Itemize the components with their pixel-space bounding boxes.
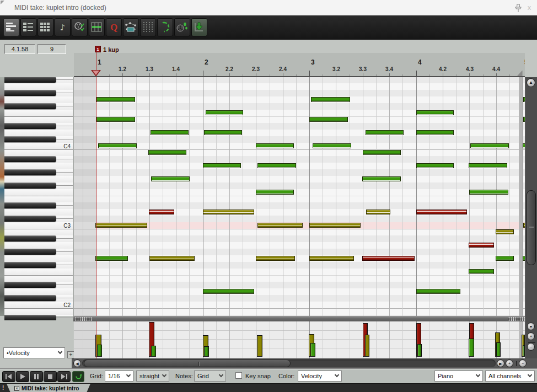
- midi-note[interactable]: [523, 97, 525, 102]
- midi-note[interactable]: [203, 163, 241, 168]
- midi-note[interactable]: [313, 143, 351, 148]
- midi-note[interactable]: [151, 130, 189, 135]
- position-time-display[interactable]: 4.1.58: [4, 44, 35, 54]
- position-length-display[interactable]: 9: [37, 44, 66, 54]
- midi-note[interactable]: [469, 190, 508, 195]
- quantize-settings-button[interactable]: [89, 18, 105, 36]
- tab-close-icon[interactable]: ×: [14, 386, 19, 391]
- lane-shrink-button[interactable]: −: [527, 343, 535, 351]
- scroll-up-button[interactable]: ▲: [527, 78, 535, 87]
- go-to-end-button[interactable]: [57, 371, 71, 382]
- stop-button[interactable]: [44, 371, 57, 382]
- piano-key-G2[interactable]: [4, 255, 73, 262]
- scroll-right-button[interactable]: ▶: [497, 359, 504, 367]
- velocity-bar[interactable]: [523, 345, 525, 357]
- midi-note[interactable]: [366, 130, 404, 135]
- midi-note[interactable]: [469, 163, 507, 168]
- lane-splitter[interactable]: [73, 316, 525, 321]
- midi-note[interactable]: [203, 289, 254, 294]
- piano-key-B2[interactable]: [4, 229, 73, 235]
- midi-note[interactable]: [523, 117, 525, 122]
- pause-button[interactable]: [30, 371, 43, 382]
- quantize-q-button[interactable]: Q: [106, 18, 122, 36]
- midi-note[interactable]: [469, 243, 494, 248]
- midi-note[interactable]: [416, 289, 460, 294]
- scrollbar-thumb[interactable]: [84, 359, 291, 367]
- color-mode-select[interactable]: Velocity: [298, 370, 342, 382]
- vertical-scrollbar[interactable]: ▲: [525, 77, 537, 316]
- piano-key-D3[interactable]: [4, 209, 73, 216]
- view-musical-notation-button[interactable]: ♪: [55, 18, 71, 36]
- midi-note[interactable]: [366, 210, 390, 214]
- cc-lane-selector[interactable]: •Velocity: [3, 347, 65, 358]
- midi-note[interactable]: [204, 130, 242, 135]
- velocity-bar[interactable]: [151, 346, 156, 357]
- piano-key-A4[interactable]: [4, 83, 73, 90]
- cc-envelope-button[interactable]: [123, 18, 139, 36]
- horizontal-scrollbar[interactable]: ◀ ▶ + −: [72, 358, 537, 368]
- marker-flag[interactable]: 1: [95, 46, 101, 52]
- piano-keyboard[interactable]: C4C3C2: [4, 77, 73, 320]
- zoom-in-button[interactable]: +: [506, 359, 513, 367]
- midi-note[interactable]: [95, 256, 128, 261]
- timeline-ruler[interactable]: 123451.21.31.42.22.32.43.23.33.44.24.34.…: [74, 40, 525, 77]
- piano-key-D2[interactable]: [4, 288, 73, 295]
- key-snap-checkbox[interactable]: [235, 372, 242, 379]
- close-button[interactable]: x: [524, 3, 535, 13]
- piano-roll-grid[interactable]: [74, 77, 525, 316]
- piano-key-F2[interactable]: [4, 269, 73, 275]
- midi-note[interactable]: [149, 210, 174, 214]
- grid-division-select[interactable]: 1/16: [105, 370, 133, 382]
- midi-note[interactable]: [98, 143, 137, 148]
- piano-key-D4[interactable]: [4, 130, 73, 136]
- piano-key-F4[interactable]: [4, 110, 73, 116]
- grid-type-select[interactable]: straight: [136, 370, 169, 382]
- midi-note[interactable]: [311, 97, 350, 102]
- midi-note[interactable]: [496, 229, 514, 234]
- piano-key-G4[interactable]: [4, 96, 73, 103]
- lane-grow-button[interactable]: +: [527, 332, 535, 340]
- view-named-notes-button[interactable]: [20, 18, 36, 36]
- midi-note[interactable]: [416, 110, 454, 115]
- piano-key-B1[interactable]: [4, 308, 73, 315]
- midi-note[interactable]: [523, 223, 525, 228]
- midi-note[interactable]: [363, 150, 401, 155]
- humanize-notes-button[interactable]: [174, 18, 190, 36]
- midi-note[interactable]: [362, 256, 415, 261]
- grid-divisions-button[interactable]: [140, 18, 156, 36]
- piano-key-E4[interactable]: [4, 116, 73, 123]
- velocity-lane[interactable]: [74, 321, 525, 358]
- piano-key-A2[interactable]: [4, 242, 73, 249]
- midi-note[interactable]: [416, 163, 454, 168]
- step-input-button[interactable]: [191, 18, 207, 36]
- midi-note[interactable]: [149, 256, 195, 261]
- piano-key-A3[interactable]: [4, 163, 73, 169]
- velocity-bar[interactable]: [469, 339, 474, 357]
- piano-key-B3[interactable]: [4, 149, 73, 156]
- midi-note[interactable]: [151, 176, 190, 181]
- midi-note[interactable]: [256, 190, 294, 195]
- midi-note[interactable]: [95, 223, 147, 228]
- midi-note[interactable]: [148, 150, 186, 155]
- velocity-bar[interactable]: [97, 345, 102, 357]
- midi-note[interactable]: [96, 117, 135, 122]
- midi-note[interactable]: [256, 256, 295, 261]
- midi-note[interactable]: [523, 256, 525, 261]
- velocity-bar[interactable]: [417, 344, 422, 357]
- midi-note[interactable]: [256, 143, 294, 148]
- notes-mode-select[interactable]: Grid: [194, 370, 226, 382]
- zoom-out-button[interactable]: −: [519, 359, 527, 367]
- midi-note[interactable]: [203, 210, 254, 214]
- velocity-bar[interactable]: [496, 342, 501, 357]
- view-piano-roll-button[interactable]: [3, 18, 19, 36]
- midi-note[interactable]: [469, 269, 494, 274]
- midi-note[interactable]: [496, 256, 514, 261]
- piano-key-F3[interactable]: [4, 189, 73, 196]
- pin-icon[interactable]: [513, 3, 523, 13]
- velocity-bar[interactable]: [204, 346, 209, 357]
- midi-note[interactable]: [309, 223, 361, 228]
- velocity-bar[interactable]: [310, 343, 315, 357]
- midi-note[interactable]: [206, 110, 243, 115]
- go-to-start-button[interactable]: [2, 371, 15, 382]
- scroll-left-button[interactable]: ◀: [73, 359, 81, 367]
